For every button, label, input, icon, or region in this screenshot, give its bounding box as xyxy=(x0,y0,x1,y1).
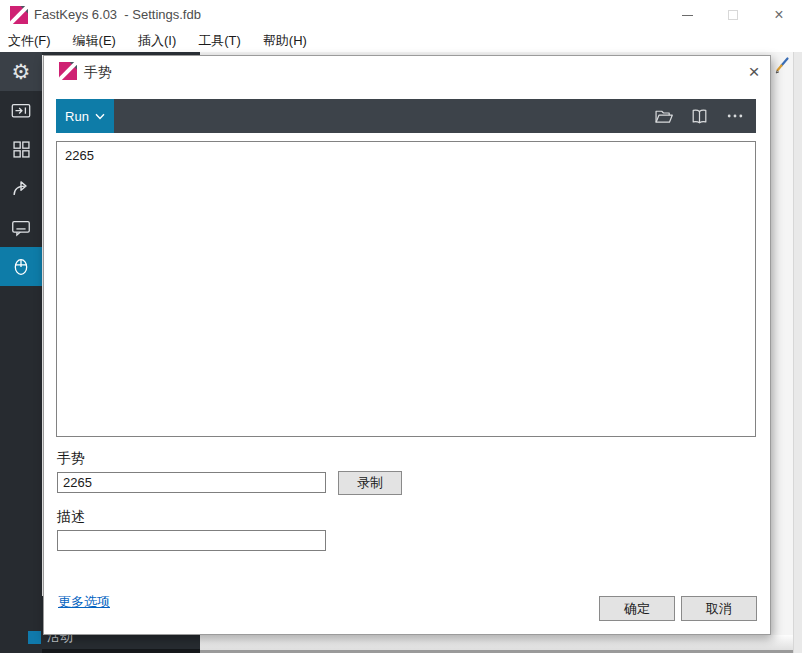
close-icon: × xyxy=(748,61,759,83)
background-bottom-strip xyxy=(200,635,802,653)
redo-arrow-icon xyxy=(10,178,32,200)
menu-file[interactable]: 文件(F) xyxy=(8,32,51,50)
menu-insert[interactable]: 插入(I) xyxy=(138,32,176,50)
run-dropdown-button[interactable]: Run xyxy=(56,99,114,133)
close-button[interactable]: × xyxy=(756,0,802,30)
more-options-button[interactable] xyxy=(720,99,750,133)
record-button[interactable]: 录制 xyxy=(338,471,402,495)
chevron-down-icon xyxy=(95,113,105,120)
gear-icon: ⚙ xyxy=(12,61,31,82)
menu-edit[interactable]: 编辑(E) xyxy=(73,32,116,50)
sidebar: ⚙ xyxy=(0,52,42,653)
sidebar-item-text-expander[interactable] xyxy=(0,91,42,130)
background-scrollbar-strip xyxy=(793,52,802,653)
comment-icon xyxy=(10,217,32,239)
cancel-button[interactable]: 取消 xyxy=(681,596,757,621)
script-editor[interactable]: 2265 xyxy=(56,141,756,437)
description-label: 描述 xyxy=(57,508,85,526)
dialog-title: 手势 xyxy=(84,64,112,82)
menu-tools[interactable]: 工具(T) xyxy=(198,32,241,50)
dialog-toolbar: Run xyxy=(56,99,756,133)
gesture-dialog: 手势 × Run xyxy=(43,55,771,635)
text-expander-icon xyxy=(10,100,32,122)
library-book-icon xyxy=(689,106,710,127)
library-button[interactable] xyxy=(684,99,714,133)
menu-help[interactable]: 帮助(H) xyxy=(263,32,307,50)
menu-bar: 文件(F) 编辑(E) 插入(I) 工具(T) 帮助(H) xyxy=(0,30,802,52)
sidebar-item-settings[interactable]: ⚙ xyxy=(0,52,42,91)
minimize-button[interactable] xyxy=(664,0,710,30)
maximize-button[interactable] xyxy=(710,0,756,30)
window-title: FastKeys 6.03 - Settings.fdb xyxy=(34,7,201,22)
open-folder-button[interactable] xyxy=(648,99,678,133)
sidebar-item-shortcuts[interactable] xyxy=(0,169,42,208)
fastkeys-logo-icon xyxy=(59,62,77,80)
more-ellipsis-icon xyxy=(725,106,745,126)
gesture-label: 手势 xyxy=(57,450,85,468)
ok-button[interactable]: 确定 xyxy=(599,596,675,621)
checkbox-square-icon xyxy=(28,631,41,644)
more-options-link[interactable]: 更多选项 xyxy=(58,593,110,611)
run-button-label: Run xyxy=(65,109,89,124)
description-input[interactable] xyxy=(57,530,326,551)
open-folder-icon xyxy=(653,106,674,127)
dialog-header: 手势 × xyxy=(44,56,770,88)
window-controls: × xyxy=(664,0,802,30)
edit-pencil-icon xyxy=(773,55,791,77)
maximize-icon xyxy=(728,10,738,20)
fastkeys-logo-icon xyxy=(10,6,28,24)
fastkeys-app: FastKeys 6.03 - Settings.fdb × 文件(F) 编辑(… xyxy=(0,0,802,653)
mouse-icon xyxy=(10,256,32,278)
grid-icon xyxy=(11,139,32,160)
sidebar-item-auto-complete[interactable] xyxy=(0,208,42,247)
sidebar-item-start-menu[interactable] xyxy=(0,130,42,169)
minimize-icon xyxy=(682,15,693,16)
title-bar: FastKeys 6.03 - Settings.fdb × xyxy=(0,0,802,30)
sidebar-item-gestures[interactable] xyxy=(0,247,42,286)
dialog-close-button[interactable]: × xyxy=(740,58,768,86)
close-icon: × xyxy=(774,7,783,23)
gesture-input[interactable] xyxy=(57,472,326,493)
